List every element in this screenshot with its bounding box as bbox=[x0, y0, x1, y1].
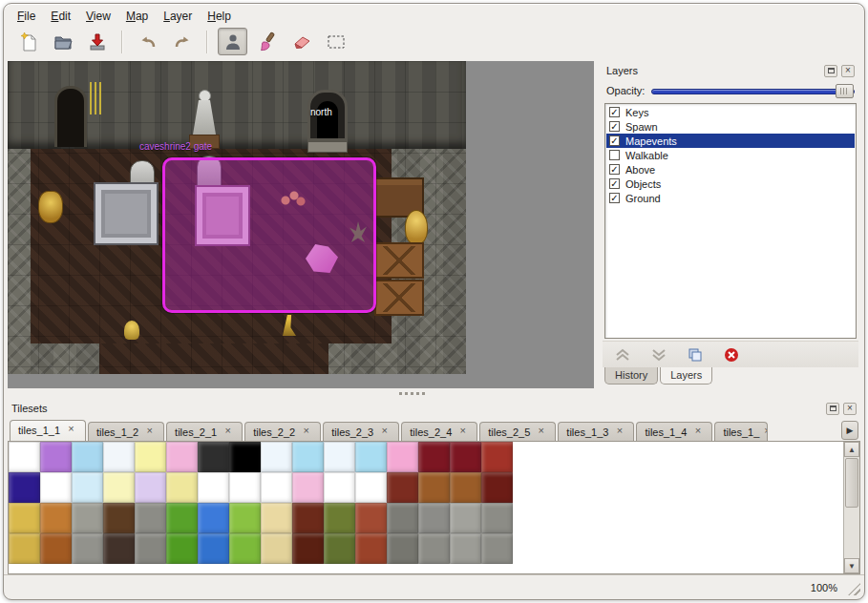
tile-0-9[interactable] bbox=[292, 442, 324, 472]
layer-row-walkable[interactable]: Walkable bbox=[606, 148, 855, 162]
tileset-tab-tiles_1_3[interactable]: tiles_1_3× bbox=[558, 422, 634, 441]
tile-2-5[interactable] bbox=[166, 503, 198, 533]
tab-close-icon[interactable]: × bbox=[222, 426, 234, 438]
tab-close-icon[interactable]: × bbox=[613, 426, 625, 438]
dock-close-button[interactable]: × bbox=[841, 65, 855, 77]
resize-grip[interactable] bbox=[848, 583, 860, 595]
tile-3-5[interactable] bbox=[166, 533, 198, 564]
layer-row-above[interactable]: ✓Above bbox=[606, 162, 855, 177]
tile-1-6[interactable] bbox=[198, 472, 229, 503]
tile-0-4[interactable] bbox=[135, 442, 166, 472]
tile-0-1[interactable] bbox=[40, 442, 72, 472]
tab-close-icon[interactable]: × bbox=[65, 424, 77, 436]
tab-close-icon[interactable]: × bbox=[143, 426, 156, 438]
tile-2-14[interactable] bbox=[450, 503, 481, 533]
tile-2-15[interactable] bbox=[481, 503, 513, 533]
tool-open[interactable] bbox=[48, 28, 77, 55]
tile-3-8[interactable] bbox=[261, 533, 292, 564]
layer-row-spawn[interactable]: ✓Spawn bbox=[606, 119, 855, 134]
tile-2-3[interactable] bbox=[103, 503, 135, 533]
tile-0-6[interactable] bbox=[198, 442, 229, 472]
tile-1-11[interactable] bbox=[355, 472, 387, 503]
tile-3-0[interactable] bbox=[9, 533, 40, 564]
layer-row-mapevents[interactable]: ✓Mapevents bbox=[606, 134, 855, 148]
tile-3-14[interactable] bbox=[450, 533, 481, 564]
tile-3-15[interactable] bbox=[481, 533, 513, 564]
layer-visibility-checkbox[interactable]: ✓ bbox=[609, 178, 620, 189]
menu-view[interactable]: View bbox=[78, 8, 118, 25]
map-viewport[interactable]: north caveshrine2 gate bbox=[8, 61, 466, 374]
tile-2-13[interactable] bbox=[418, 503, 450, 533]
layer-visibility-checkbox[interactable] bbox=[609, 150, 620, 160]
tool-select[interactable] bbox=[321, 28, 350, 55]
tab-scroll-right-button[interactable]: ▶ bbox=[841, 421, 858, 440]
tile-0-10[interactable] bbox=[324, 442, 355, 472]
tile-0-8[interactable] bbox=[261, 442, 292, 472]
splitter-handle[interactable] bbox=[399, 392, 428, 395]
tool-eraser[interactable] bbox=[286, 28, 316, 55]
tileset-scrollbar[interactable]: ▲ ▼ bbox=[843, 442, 859, 573]
tileset-tab-tiles_2_5[interactable]: tiles_2_5× bbox=[479, 422, 556, 441]
dock-float-button[interactable] bbox=[826, 403, 839, 415]
tab-close-icon[interactable]: × bbox=[535, 426, 547, 438]
tile-2-7[interactable] bbox=[229, 503, 261, 533]
tile-0-11[interactable] bbox=[355, 442, 387, 472]
layer-visibility-checkbox[interactable]: ✓ bbox=[609, 193, 620, 203]
vertical-splitter[interactable] bbox=[594, 61, 601, 388]
tile-0-7[interactable] bbox=[229, 442, 261, 472]
layer-move-down-button[interactable] bbox=[648, 345, 669, 364]
tile-1-12[interactable] bbox=[387, 472, 418, 503]
tile-2-8[interactable] bbox=[261, 503, 292, 533]
tile-3-6[interactable] bbox=[198, 533, 229, 564]
tool-brush[interactable] bbox=[252, 28, 282, 55]
layer-visibility-checkbox[interactable]: ✓ bbox=[609, 107, 620, 117]
tile-1-1[interactable] bbox=[40, 472, 72, 503]
tile-1-15[interactable] bbox=[481, 472, 513, 503]
tile-0-0[interactable] bbox=[9, 442, 40, 472]
opacity-slider-handle[interactable] bbox=[836, 84, 854, 98]
tile-3-10[interactable] bbox=[324, 533, 355, 564]
mapevent-selection-rectangle[interactable] bbox=[162, 157, 376, 313]
layer-row-keys[interactable]: ✓Keys bbox=[606, 105, 855, 119]
tile-3-11[interactable] bbox=[355, 533, 387, 564]
tile-2-2[interactable] bbox=[72, 503, 103, 533]
tool-stamp[interactable] bbox=[218, 28, 247, 55]
layer-visibility-checkbox[interactable]: ✓ bbox=[609, 121, 620, 132]
layer-visibility-checkbox[interactable]: ✓ bbox=[609, 164, 620, 175]
scrollbar-track[interactable] bbox=[844, 509, 859, 558]
tileset-tab-tiles_2_4[interactable]: tiles_2_4× bbox=[401, 422, 477, 441]
scroll-down-icon[interactable]: ▼ bbox=[844, 558, 859, 573]
tile-2-9[interactable] bbox=[292, 503, 324, 533]
tile-2-12[interactable] bbox=[387, 503, 418, 533]
dock-tab-history[interactable]: History bbox=[604, 367, 658, 385]
tile-1-8[interactable] bbox=[261, 472, 292, 503]
tileset-tab-tiles_2_1[interactable]: tiles_2_1× bbox=[166, 422, 243, 441]
tile-1-2[interactable] bbox=[72, 472, 103, 503]
menu-map[interactable]: Map bbox=[118, 8, 156, 25]
tileset-tab-tiles_1_2[interactable]: tiles_1_2× bbox=[88, 422, 164, 441]
tile-0-5[interactable] bbox=[166, 442, 198, 472]
tile-0-12[interactable] bbox=[387, 442, 418, 472]
tile-0-14[interactable] bbox=[450, 442, 481, 472]
tile-3-12[interactable] bbox=[387, 533, 418, 564]
layer-delete-button[interactable] bbox=[721, 345, 742, 364]
tab-close-icon[interactable]: × bbox=[300, 426, 312, 438]
tile-3-4[interactable] bbox=[135, 533, 166, 564]
layer-row-objects[interactable]: ✓Objects bbox=[606, 177, 855, 191]
tile-1-3[interactable] bbox=[103, 472, 135, 503]
tile-0-2[interactable] bbox=[72, 442, 103, 472]
tile-0-13[interactable] bbox=[418, 442, 450, 472]
tile-1-9[interactable] bbox=[292, 472, 324, 503]
scrollbar-thumb[interactable] bbox=[845, 458, 858, 508]
tile-1-10[interactable] bbox=[324, 472, 355, 503]
tile-3-9[interactable] bbox=[292, 533, 324, 564]
tile-3-3[interactable] bbox=[103, 533, 135, 564]
layer-visibility-checkbox[interactable]: ✓ bbox=[609, 135, 620, 146]
tileset-tab-tiles_2_2[interactable]: tiles_2_2× bbox=[244, 422, 321, 441]
tileset-tab-tiles_2_3[interactable]: tiles_2_3× bbox=[323, 422, 399, 441]
tile-2-6[interactable] bbox=[198, 503, 229, 533]
tile-2-11[interactable] bbox=[355, 503, 387, 533]
layer-move-up-button[interactable] bbox=[612, 345, 633, 364]
tile-3-1[interactable] bbox=[40, 533, 72, 564]
opacity-slider[interactable] bbox=[651, 84, 855, 98]
